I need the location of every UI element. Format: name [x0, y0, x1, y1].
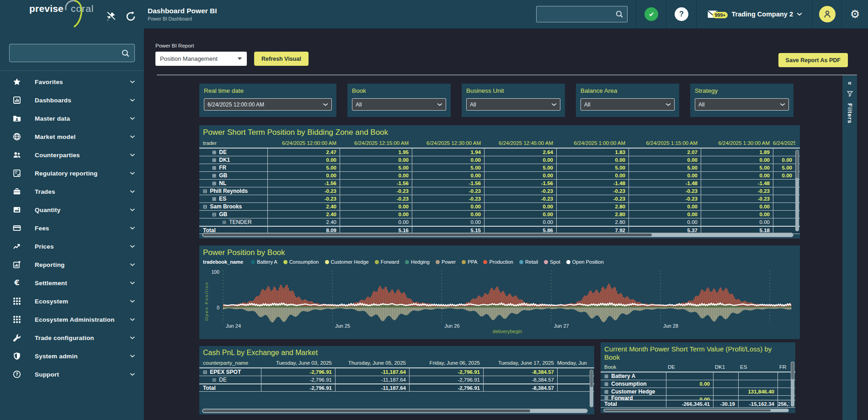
table-row: ⊞DE-2,796.91-11,187.64-2,796.91-8,384.57 [199, 376, 594, 384]
topbar-search-input[interactable] [540, 11, 615, 18]
legend-item-customer-hedge[interactable]: Customer Hedge [325, 259, 369, 265]
refresh-icon[interactable] [126, 11, 136, 21]
collapse-icon[interactable]: ⊟ [203, 370, 207, 375]
chevron-down-icon [437, 103, 442, 106]
sidebar-item-regulatory-reporting[interactable]: Regulatory reporting [0, 164, 144, 182]
row-label: ⊞DK1 [199, 156, 267, 164]
table-header-cell: Tuesday, June 03, 2025 [261, 360, 335, 366]
help-button[interactable]: ? [666, 0, 696, 29]
expand-icon[interactable]: ⊞ [604, 389, 608, 394]
sidebar-item-settlement[interactable]: € Settlement [0, 274, 144, 292]
expand-icon[interactable]: ⊞ [212, 173, 216, 178]
table-header-cell: 6/24/2025 12:45:00 AM [484, 140, 556, 146]
company-selector[interactable]: Trading Company 2 [729, 11, 812, 18]
slicer-dropdown[interactable]: 6/24/2025 12:00:00 AM [204, 98, 332, 111]
slicer-title: Book [352, 87, 446, 94]
report-select[interactable]: Position Management [155, 52, 247, 66]
search-icon[interactable] [121, 49, 130, 58]
cell-value: -11,187.64 [335, 384, 409, 391]
chevron-down-icon [130, 336, 135, 340]
cell-value [713, 396, 738, 400]
legend-item-production[interactable]: Production [483, 259, 513, 265]
sidebar-item-master-data[interactable]: Master data [0, 109, 144, 128]
sidebar-item-trade-configuration[interactable]: Trade configuration [0, 329, 144, 347]
grid-icon [13, 297, 21, 305]
legend-item-ppa[interactable]: PPA [462, 259, 477, 265]
legend-item-power[interactable]: Power [436, 259, 456, 265]
slicer-dropdown[interactable]: All [352, 98, 446, 111]
row-label: ⊞Consumption [601, 380, 666, 388]
cell-value: -266,345.41 [666, 400, 713, 407]
notifications-button[interactable]: 999+ [697, 9, 729, 20]
slicer-dropdown[interactable]: All [695, 98, 789, 111]
legend-item-forward[interactable]: Forward [375, 259, 399, 265]
sidebar-item-prices[interactable]: Prices [0, 237, 144, 255]
slicer-dropdown[interactable]: All [466, 98, 560, 111]
sidebar-item-support[interactable]: ? Support [0, 365, 144, 383]
legend-item-consumption[interactable]: Consumption [283, 259, 319, 265]
cell-value [713, 372, 738, 380]
cash-pnl-title: Cash PnL by Exchange and Market [199, 346, 594, 358]
expand-filters-icon[interactable]: « [848, 79, 852, 86]
chart-plus-icon [13, 261, 21, 269]
cell-value [738, 396, 777, 400]
expand-icon[interactable]: ⊞ [212, 377, 216, 383]
sidebar-item-ecosystem-administration[interactable]: Ecosystem Administration [0, 310, 144, 329]
legend-item-spot[interactable]: Spot [544, 259, 560, 265]
sidebar-item-label: Trades [35, 188, 55, 195]
cash-table-vertical-scrollbar[interactable] [590, 370, 593, 407]
sidebar-item-trades[interactable]: Trades [0, 182, 144, 201]
month-table-horizontal-scrollbar[interactable] [603, 409, 789, 412]
sidebar-item-fees[interactable]: Fees [0, 219, 144, 237]
sidebar-search-input[interactable] [14, 49, 121, 57]
sidebar-item-dashboards[interactable]: Dashboards [0, 91, 144, 109]
expand-icon[interactable]: ⊞ [604, 396, 608, 400]
cell-value [777, 372, 789, 380]
sidebar-item-quantity[interactable]: Quantity [0, 201, 144, 219]
slicer-dropdown[interactable]: All [580, 98, 675, 111]
refresh-visual-button[interactable]: Refresh Visual [254, 52, 309, 66]
collapse-icon[interactable]: ⊟ [203, 204, 207, 209]
position-table-horizontal-scrollbar[interactable] [202, 233, 793, 237]
expand-icon[interactable]: ⊞ [212, 165, 216, 170]
settings-button[interactable]: ⚙ [841, 0, 868, 29]
expand-icon[interactable]: ⊞ [212, 197, 216, 202]
legend-item-hedging[interactable]: Hedging [405, 259, 430, 265]
help-icon: ? [13, 370, 21, 378]
filter-funnel-icon[interactable] [847, 90, 853, 99]
sidebar-item-ecosystem[interactable]: Ecosystem [0, 292, 144, 310]
expand-icon[interactable]: ⊞ [604, 374, 608, 379]
sidebar-item-market-model[interactable]: Market model [0, 128, 144, 146]
expand-icon[interactable]: ⊞ [222, 220, 226, 225]
search-icon[interactable] [615, 10, 623, 18]
collapse-icon[interactable]: ⊟ [212, 212, 216, 217]
cell-value: -11,187.64 [335, 376, 409, 383]
table-row: ⊞GB0.000.000.000.000.000.000.000.00 [199, 172, 800, 180]
legend-item-retail[interactable]: Retail [519, 259, 538, 265]
sidebar-item-label: Regulatory reporting [35, 170, 98, 177]
table-row: ⊞Battery A [601, 372, 795, 380]
expand-icon[interactable]: ⊞ [212, 181, 216, 186]
cash-table-horizontal-scrollbar[interactable] [202, 409, 588, 413]
status-check-button[interactable] [636, 0, 666, 29]
expand-icon[interactable]: ⊞ [212, 158, 216, 163]
collapse-icon[interactable]: ⊟ [203, 189, 207, 194]
sidebar-item-reporting[interactable]: Reporting [0, 255, 144, 274]
position-table-vertical-scrollbar[interactable] [795, 150, 799, 231]
expand-icon[interactable]: ⊞ [212, 150, 216, 155]
row-label: ⊞Forward [601, 396, 666, 400]
gear-icon: ⚙ [850, 8, 860, 21]
sidebar-item-counterparties[interactable]: Counterparties [0, 146, 144, 164]
sidebar-item-system-admin[interactable]: System admin [0, 347, 144, 365]
expand-icon[interactable]: ⊞ [604, 382, 608, 387]
cell-value: 0.00 [773, 156, 795, 164]
sidebar-item-favorites[interactable]: Favorites [0, 73, 144, 91]
svg-text:?: ? [16, 372, 18, 377]
legend-item-battery-a[interactable]: Battery A [251, 259, 277, 265]
save-report-pdf-button[interactable]: Save Report As PDF [778, 53, 848, 67]
cell-value: 2.47 [267, 149, 340, 156]
month-table-vertical-scrollbar[interactable] [791, 362, 794, 407]
unpin-icon[interactable] [106, 11, 116, 21]
legend-item-open-position[interactable]: Open Position [566, 259, 604, 265]
user-menu-button[interactable] [812, 0, 841, 29]
